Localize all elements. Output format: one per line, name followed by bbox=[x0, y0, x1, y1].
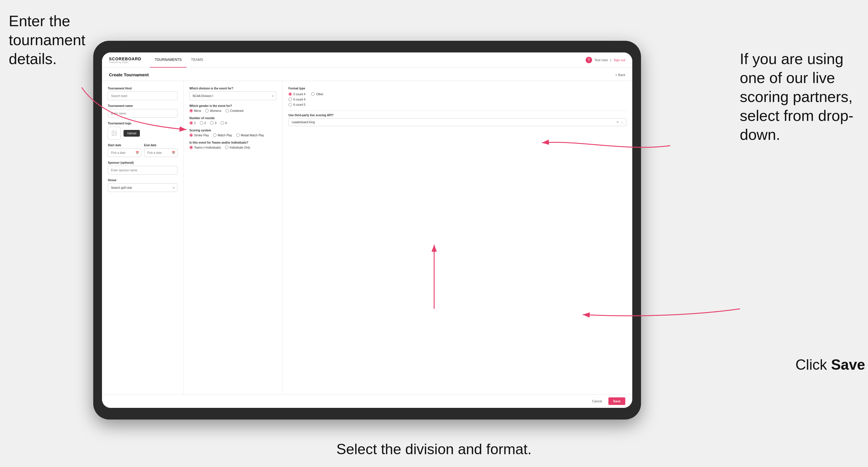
form-mid-column: Which division is the event for? NCAA Di… bbox=[184, 81, 283, 394]
venue-select-wrapper: Search golf club bbox=[108, 183, 178, 192]
scoring-match[interactable]: Match Play bbox=[213, 133, 232, 137]
format-type-label: Format type bbox=[288, 87, 626, 90]
svg-point-1 bbox=[113, 132, 114, 133]
format-6count5[interactable]: 6 count 5 bbox=[288, 103, 305, 106]
rounds-3-radio[interactable] bbox=[210, 121, 214, 125]
format-5count4[interactable]: 5 count 4 bbox=[288, 92, 305, 96]
rounds-2[interactable]: 2 bbox=[200, 121, 206, 125]
gender-mens-radio[interactable] bbox=[189, 109, 193, 113]
tournament-host-input[interactable] bbox=[108, 91, 178, 100]
rounds-1-radio[interactable] bbox=[189, 121, 193, 125]
scoring-medal-match[interactable]: Medal Match Play bbox=[236, 133, 264, 137]
teams-label: Is this event for Teams and/or Individua… bbox=[189, 141, 277, 144]
format-5count4-radio[interactable] bbox=[288, 92, 292, 96]
teams-group: Is this event for Teams and/or Individua… bbox=[189, 141, 277, 149]
rounds-2-radio[interactable] bbox=[200, 121, 204, 125]
end-date-input[interactable] bbox=[144, 148, 178, 157]
gender-combined-radio[interactable] bbox=[225, 109, 229, 113]
nav-tournaments[interactable]: TOURNAMENTS bbox=[150, 53, 186, 68]
rounds-group: Number of rounds 1 2 3 bbox=[189, 117, 277, 125]
save-button[interactable]: Save bbox=[609, 397, 625, 405]
annotation-topleft: Enter the tournament details. bbox=[9, 12, 102, 68]
live-scoring-expand[interactable]: ⌄ bbox=[621, 120, 623, 124]
page-title: Create Tournament bbox=[109, 72, 149, 81]
format-other-label: Other bbox=[316, 93, 323, 96]
nav-teams[interactable]: TEAMS bbox=[186, 53, 208, 68]
gender-combined[interactable]: Combined bbox=[225, 109, 244, 113]
teams-plus-individuals[interactable]: Teams (+Individuals) bbox=[189, 146, 221, 149]
sponsor-group: Sponsor (optional) bbox=[108, 161, 178, 175]
scoring-medal-match-radio[interactable] bbox=[236, 133, 240, 137]
rounds-3[interactable]: 3 bbox=[210, 121, 216, 125]
division-select[interactable]: NCAA Division I bbox=[189, 91, 277, 100]
nav-right: T Test User | Sign out bbox=[586, 57, 625, 63]
scoring-match-label: Match Play bbox=[218, 134, 232, 137]
tablet-screen: SCOREBOARD Powered by Clippit TOURNAMENT… bbox=[102, 53, 632, 408]
individuals-only[interactable]: Individuals Only bbox=[225, 146, 250, 149]
annotation-topright: If you are using one of our live scoring… bbox=[740, 50, 862, 144]
venue-select[interactable]: Search golf club bbox=[108, 183, 178, 192]
user-name: Test User bbox=[594, 58, 608, 62]
gender-womens-radio[interactable] bbox=[205, 109, 209, 113]
format-6count4[interactable]: 6 count 4 bbox=[288, 98, 305, 101]
annotation-save-bold: Save bbox=[831, 356, 865, 373]
format-type-group: Format type 5 count 4 Other bbox=[288, 87, 626, 106]
back-button[interactable]: < Back bbox=[615, 73, 625, 80]
annotation-bottom: Select the division and format. bbox=[337, 440, 532, 459]
upload-button[interactable]: Upload bbox=[124, 130, 140, 137]
end-date-group: End date bbox=[144, 144, 178, 157]
tournament-host-label: Tournament Host bbox=[108, 87, 178, 90]
scoring-stroke[interactable]: Stroke Play bbox=[189, 133, 209, 137]
scoring-stroke-radio[interactable] bbox=[189, 133, 193, 137]
start-date-wrapper bbox=[108, 148, 141, 157]
sponsor-input[interactable] bbox=[108, 166, 178, 175]
teams-radio-group: Teams (+Individuals) Individuals Only bbox=[189, 146, 277, 149]
format-6count5-label: 6 count 5 bbox=[293, 103, 305, 106]
scoring-match-radio[interactable] bbox=[213, 133, 216, 137]
rounds-3-label: 3 bbox=[215, 122, 216, 125]
tablet-device: SCOREBOARD Powered by Clippit TOURNAMENT… bbox=[93, 41, 641, 419]
live-scoring-value: Leaderboard King bbox=[292, 121, 315, 124]
start-date-group: Start date bbox=[108, 144, 141, 157]
individuals-only-radio[interactable] bbox=[225, 146, 228, 149]
format-6count4-radio[interactable] bbox=[288, 98, 292, 101]
gender-mens[interactable]: Mens bbox=[189, 109, 201, 113]
live-scoring-dropdown[interactable]: Leaderboard King ✕ ⌄ bbox=[288, 118, 626, 126]
division-select-wrapper: NCAA Division I bbox=[189, 91, 277, 100]
teams-plus-label: Teams (+Individuals) bbox=[194, 146, 221, 149]
live-scoring-clear[interactable]: ✕ bbox=[616, 120, 619, 124]
rounds-4[interactable]: 4 bbox=[221, 121, 227, 125]
gender-label: Which gender is the event for? bbox=[189, 104, 277, 107]
gender-womens[interactable]: Womens bbox=[205, 109, 221, 113]
format-row-1: 5 count 4 Other bbox=[288, 92, 626, 96]
cancel-button[interactable]: Cancel bbox=[589, 398, 606, 405]
live-scoring-label: Use third-party live scoring API? bbox=[288, 114, 626, 117]
scoring-group: Scoring system Stroke Play Match Play bbox=[189, 129, 277, 137]
format-other[interactable]: Other bbox=[311, 92, 323, 96]
format-row-3: 6 count 5 bbox=[288, 103, 626, 106]
start-date-label: Start date bbox=[108, 144, 141, 147]
rounds-1[interactable]: 1 bbox=[189, 121, 196, 125]
gender-group: Which gender is the event for? Mens Wome… bbox=[189, 104, 277, 113]
format-other-radio[interactable] bbox=[311, 92, 315, 96]
venue-group: Venue Search golf club bbox=[108, 179, 178, 192]
format-6count5-radio[interactable] bbox=[288, 103, 292, 106]
division-label: Which division is the event for? bbox=[189, 87, 277, 90]
gender-combined-label: Combined bbox=[230, 109, 244, 113]
sign-out-link[interactable]: Sign out bbox=[614, 58, 625, 62]
gender-mens-label: Mens bbox=[194, 109, 201, 113]
tournament-name-input[interactable] bbox=[108, 109, 178, 118]
individuals-only-label: Individuals Only bbox=[229, 146, 250, 149]
brand-subtitle: Powered by Clippit bbox=[109, 61, 141, 63]
nav-items: TOURNAMENTS TEAMS bbox=[150, 53, 586, 68]
rounds-4-radio[interactable] bbox=[221, 121, 224, 125]
start-date-input[interactable] bbox=[108, 148, 141, 157]
form-footer: Cancel Save bbox=[102, 394, 632, 408]
gender-womens-label: Womens bbox=[210, 109, 221, 113]
rounds-1-label: 1 bbox=[194, 122, 196, 125]
content-header: Create Tournament < Back bbox=[102, 68, 632, 81]
teams-plus-radio[interactable] bbox=[189, 146, 193, 149]
navigation: SCOREBOARD Powered by Clippit TOURNAMENT… bbox=[102, 53, 632, 68]
division-group: Which division is the event for? NCAA Di… bbox=[189, 87, 277, 100]
gender-radio-group: Mens Womens Combined bbox=[189, 109, 277, 113]
